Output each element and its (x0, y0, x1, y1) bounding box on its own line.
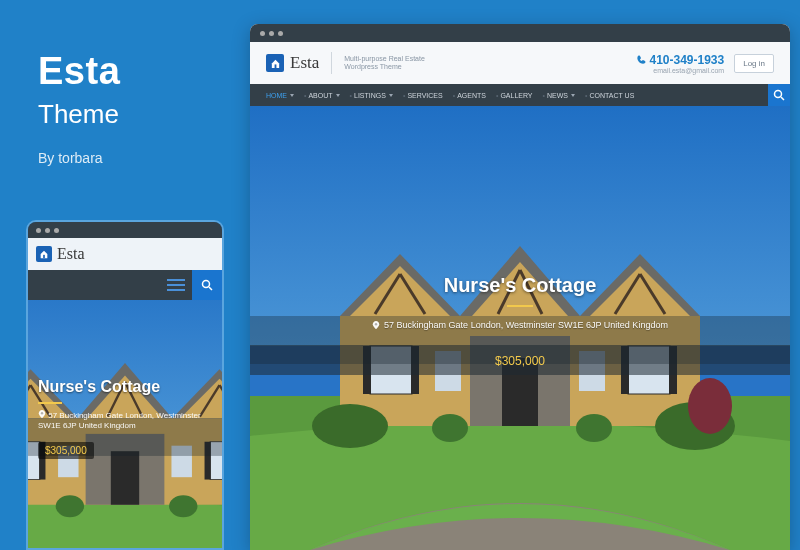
brand-name: Esta (290, 53, 319, 73)
nav-agents[interactable]: AGENTS (457, 92, 486, 99)
nav-services[interactable]: SERVICES (407, 92, 442, 99)
mobile-titlebar (28, 222, 222, 238)
chevron-down-icon (336, 94, 340, 97)
desktop-titlebar (250, 24, 790, 42)
promo-title: Esta (38, 50, 120, 93)
desktop-nav: HOME• ABOUT• LISTINGS• SERVICES• AGENTS•… (250, 84, 790, 106)
promo-title-block: Esta Theme By torbara (38, 50, 120, 166)
listing-overlay: Nurse's Cottage 57 Buckingham Gate Londo… (28, 370, 222, 467)
pin-icon (38, 410, 46, 418)
login-button[interactable]: Log in (734, 54, 774, 73)
nav-listings[interactable]: LISTINGS (354, 92, 393, 99)
divider (331, 52, 332, 74)
brand-name: Esta (57, 245, 85, 263)
listing-address: 57 Buckingham Gate London, Westminster S… (38, 410, 212, 432)
listing-price: $305,000 (495, 354, 545, 368)
phone-icon (636, 55, 646, 65)
pin-icon (372, 321, 380, 329)
desktop-hero: Nurse's Cottage 57 Buckingham Gate Londo… (250, 106, 790, 550)
chevron-down-icon (290, 94, 294, 97)
search-button[interactable] (192, 270, 222, 300)
brand-tagline: Multi-purpose Real EstateWordpress Theme (344, 55, 425, 72)
listing-price: $305,000 (38, 442, 94, 459)
contact-block: 410-349-1933 email.esta@gmail.com (636, 53, 724, 74)
listing-overlay: Nurse's Cottage 57 Buckingham Gate Londo… (250, 274, 790, 375)
listing-address: 57 Buckingham Gate London, Westminster S… (372, 320, 668, 330)
divider (507, 305, 533, 307)
desktop-preview: Esta Multi-purpose Real EstateWordpress … (250, 24, 790, 550)
mobile-nav (28, 270, 222, 300)
search-button[interactable] (768, 84, 790, 106)
contact-email[interactable]: email.esta@gmail.com (636, 67, 724, 74)
chevron-down-icon (389, 94, 393, 97)
hamburger-icon[interactable] (162, 271, 190, 299)
nav-contact[interactable]: CONTACT US (589, 92, 634, 99)
promo-byline: By torbara (38, 150, 120, 166)
divider (38, 402, 62, 404)
listing-title: Nurse's Cottage (38, 378, 212, 396)
logo-icon (266, 54, 284, 72)
desktop-topbar: Esta Multi-purpose Real EstateWordpress … (250, 42, 790, 84)
phone-number[interactable]: 410-349-1933 (636, 53, 724, 67)
promo-subtitle: Theme (38, 99, 120, 130)
nav-news[interactable]: NEWS (547, 92, 575, 99)
mobile-header: Esta (28, 238, 222, 270)
logo-icon (36, 246, 52, 262)
nav-gallery[interactable]: GALLERY (500, 92, 532, 99)
listing-title: Nurse's Cottage (250, 274, 790, 297)
price-band: $305,000 (250, 345, 790, 375)
mobile-preview: Esta Nurse's Cottage 57 Buckingham Gate … (26, 220, 224, 550)
nav-home[interactable]: HOME (266, 92, 294, 99)
nav-about[interactable]: ABOUT (308, 92, 339, 99)
chevron-down-icon (571, 94, 575, 97)
mobile-hero: Nurse's Cottage 57 Buckingham Gate Londo… (28, 300, 222, 550)
